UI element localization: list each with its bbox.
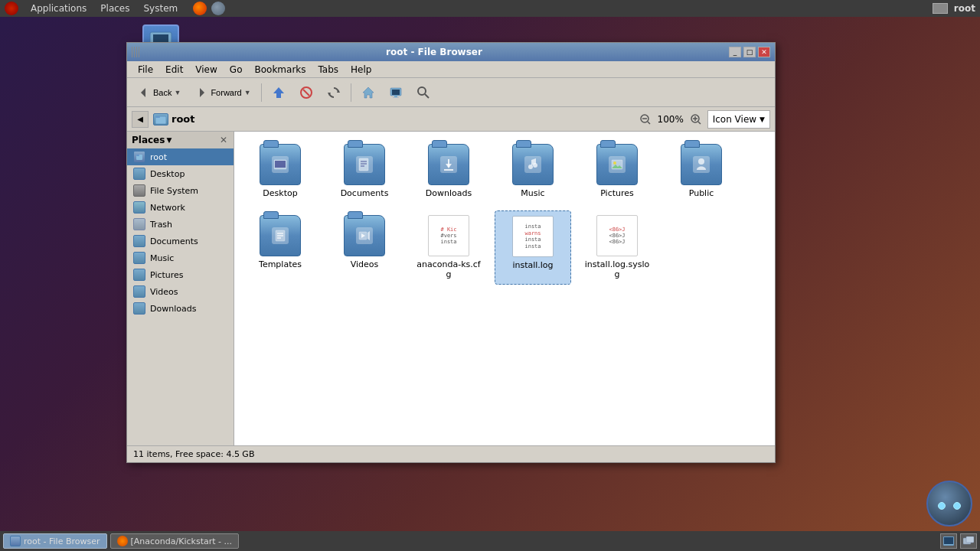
file-area: Desktop Document bbox=[234, 132, 775, 445]
sidebar-downloads-label: Downloads bbox=[150, 304, 196, 314]
reload-button[interactable] bbox=[322, 82, 346, 103]
pictures-folder-icon bbox=[596, 144, 638, 185]
taskbar-file-browser[interactable]: root - File Browser bbox=[3, 533, 107, 549]
zoom-in-button[interactable] bbox=[689, 112, 703, 126]
system-menu[interactable]: System bbox=[137, 2, 184, 15]
window-controls: _ □ ✕ bbox=[729, 47, 770, 57]
svg-marker-56 bbox=[368, 231, 370, 240]
robot-eye-left bbox=[938, 502, 946, 510]
zoom-out-button[interactable] bbox=[639, 112, 652, 126]
sidebar: Places ▼ ✕ root Desktop File System bbox=[127, 132, 234, 445]
sidebar-close-button[interactable]: ✕ bbox=[218, 135, 229, 145]
search-toolbar-btn[interactable] bbox=[411, 82, 436, 103]
stop-button[interactable] bbox=[294, 82, 318, 103]
edit-menu[interactable]: Edit bbox=[159, 63, 189, 77]
top-menubar: Applications Places System root bbox=[0, 0, 980, 17]
computer-toolbar-btn[interactable] bbox=[384, 82, 408, 103]
back-chevron: ▼ bbox=[174, 89, 181, 96]
file-item-music[interactable]: Music bbox=[495, 139, 571, 203]
bookmarks-menu[interactable]: Bookmarks bbox=[248, 63, 312, 77]
sidebar-item-music[interactable]: Music bbox=[127, 249, 234, 266]
view-select-chevron: ▼ bbox=[760, 116, 765, 123]
home-button[interactable] bbox=[356, 82, 381, 103]
sidebar-item-filesystem[interactable]: File System bbox=[127, 182, 234, 199]
file-item-videos[interactable]: Videos bbox=[326, 210, 403, 284]
svg-line-24 bbox=[425, 94, 429, 98]
taskbar-anaconda[interactable]: [Anaconda/Kickstart - ... bbox=[110, 533, 239, 549]
window-titlebar: root - File Browser _ □ ✕ bbox=[127, 43, 775, 61]
sidebar-item-desktop[interactable]: Desktop bbox=[127, 165, 234, 182]
file-item-pictures[interactable]: Pictures bbox=[579, 139, 655, 203]
sidebar-item-videos[interactable]: Videos bbox=[127, 283, 234, 300]
computer-toolbar-icon bbox=[389, 86, 403, 99]
sidebar-item-trash[interactable]: Trash bbox=[127, 216, 234, 233]
file-item-desktop[interactable]: Desktop bbox=[242, 139, 318, 203]
go-menu[interactable]: Go bbox=[224, 63, 249, 77]
places-menu[interactable]: Places bbox=[94, 2, 136, 15]
pictures-sidebar-icon bbox=[133, 269, 145, 281]
close-button[interactable]: ✕ bbox=[758, 47, 770, 57]
forward-icon bbox=[194, 86, 208, 99]
svg-point-45 bbox=[528, 165, 533, 169]
taskbar-show-windows[interactable] bbox=[960, 533, 977, 549]
taskbar-right bbox=[940, 533, 977, 549]
other-app-icon[interactable] bbox=[211, 2, 225, 15]
tabs-menu[interactable]: Tabs bbox=[312, 63, 345, 77]
top-menu: Applications Places System bbox=[24, 2, 184, 15]
sidebar-desktop-label: Desktop bbox=[150, 169, 185, 179]
view-mode-select[interactable]: Icon View ▼ bbox=[707, 110, 770, 129]
svg-point-48 bbox=[613, 161, 616, 165]
desktop-widget bbox=[926, 481, 972, 527]
file-menu[interactable]: File bbox=[132, 63, 159, 77]
file-item-downloads[interactable]: Downloads bbox=[410, 139, 487, 203]
sidebar-item-root[interactable]: root bbox=[127, 148, 234, 165]
file-item-install-log-syslog[interactable]: <86>J <86>J <86>J install.log.syslog bbox=[579, 210, 655, 284]
file-browser-window: root - File Browser _ □ ✕ File Edit View… bbox=[126, 42, 776, 463]
applications-menu[interactable]: Applications bbox=[24, 2, 93, 15]
sidebar-title: Places ▼ bbox=[132, 135, 172, 145]
back-button[interactable]: Back ▼ bbox=[132, 82, 186, 103]
file-item-install-log[interactable]: insta warns insta insta install.log bbox=[495, 210, 571, 284]
downloads-folder-label: Downloads bbox=[426, 188, 472, 198]
forward-button[interactable]: Forward ▼ bbox=[189, 82, 256, 103]
desktop-folder-emblem bbox=[272, 156, 289, 173]
help-menu[interactable]: Help bbox=[345, 63, 377, 77]
network-sidebar-icon bbox=[133, 201, 145, 214]
sidebar-root-label: root bbox=[150, 152, 167, 162]
svg-marker-11 bbox=[141, 88, 145, 97]
file-item-public[interactable]: Public bbox=[663, 139, 740, 203]
location-back-btn[interactable]: ◀ bbox=[132, 111, 149, 128]
sidebar-item-documents[interactable]: Documents bbox=[127, 233, 234, 249]
file-item-anaconda-cfg[interactable]: # Kic #vers insta anaconda-ks.cfg bbox=[410, 210, 487, 284]
downloads-sidebar-icon bbox=[133, 302, 145, 315]
sidebar-music-label: Music bbox=[150, 253, 174, 263]
maximize-button[interactable]: □ bbox=[743, 47, 756, 57]
install-log-icon: insta warns insta insta bbox=[512, 216, 554, 257]
sidebar-item-downloads[interactable]: Downloads bbox=[127, 300, 234, 317]
taskbar-show-desktop[interactable] bbox=[940, 533, 957, 549]
location-label: root bbox=[172, 113, 195, 125]
file-item-documents[interactable]: Documents bbox=[326, 139, 403, 203]
svg-rect-35 bbox=[136, 155, 139, 156]
sidebar-item-network[interactable]: Network bbox=[127, 199, 234, 216]
screen-icon bbox=[933, 3, 948, 14]
up-icon bbox=[272, 86, 286, 99]
templates-folder-icon bbox=[260, 215, 301, 256]
anaconda-cfg-label: anaconda-ks.cfg bbox=[415, 259, 482, 279]
file-grid: Desktop Document bbox=[242, 139, 767, 285]
view-menu[interactable]: View bbox=[189, 63, 223, 77]
sidebar-item-pictures[interactable]: Pictures bbox=[127, 266, 234, 283]
filesystem-sidebar-icon bbox=[133, 184, 145, 197]
documents-sidebar-icon bbox=[133, 235, 145, 247]
root-sidebar-icon bbox=[133, 151, 145, 163]
view-mode-label: Icon View bbox=[713, 114, 756, 125]
downloads-folder-emblem bbox=[440, 156, 457, 173]
minimize-button[interactable]: _ bbox=[729, 47, 741, 57]
taskbar-fb-label: root - File Browser bbox=[24, 536, 100, 546]
forward-chevron: ▼ bbox=[244, 89, 251, 96]
firefox-icon[interactable] bbox=[193, 2, 207, 15]
file-item-templates[interactable]: Templates bbox=[242, 210, 318, 284]
up-button[interactable] bbox=[266, 82, 291, 103]
location-path: root bbox=[153, 113, 634, 126]
zoom-level: 100% bbox=[655, 114, 686, 125]
